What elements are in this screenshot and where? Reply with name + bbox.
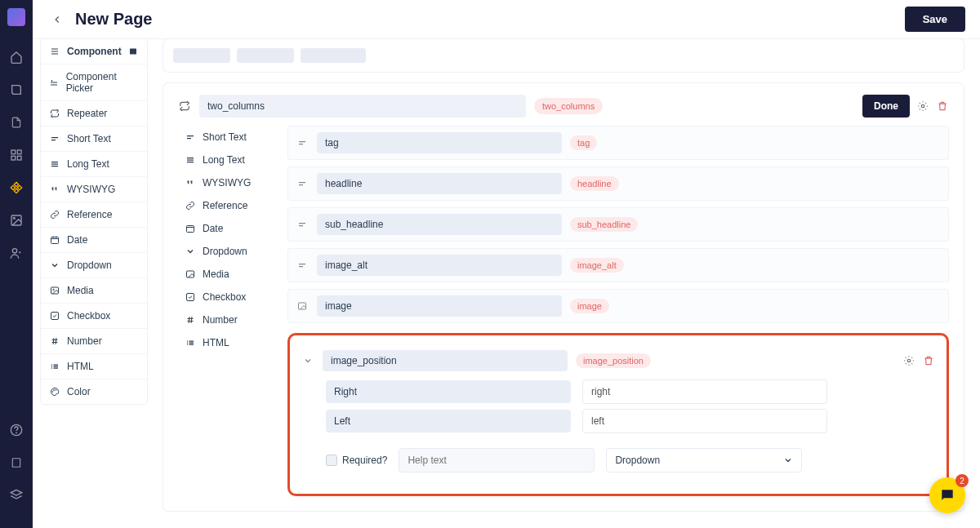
done-button[interactable]: Done xyxy=(862,95,910,118)
field-row[interactable]: tag tag xyxy=(287,126,949,160)
dropdown-option-row: Right right xyxy=(326,379,935,404)
required-checkbox[interactable]: Required? xyxy=(326,455,387,466)
field-type-repeater[interactable]: Repeater xyxy=(41,101,147,126)
nav-components-icon[interactable] xyxy=(8,180,24,196)
code-icon xyxy=(49,361,60,372)
svg-point-16 xyxy=(54,390,55,391)
trash-icon[interactable] xyxy=(936,100,949,113)
checkbox-box xyxy=(326,455,337,466)
option-label-input[interactable]: Left xyxy=(326,410,571,433)
inner-type-number[interactable]: Number xyxy=(178,308,276,331)
field-type-dropdown[interactable]: Dropdown xyxy=(41,253,147,278)
field-row[interactable]: image_alt image_alt xyxy=(287,248,949,282)
nav-blog-icon[interactable] xyxy=(8,82,24,98)
inner-type-media[interactable]: Media xyxy=(178,263,276,286)
chat-badge: 2 xyxy=(956,474,969,487)
rail-nav xyxy=(0,0,33,528)
nav-page-icon[interactable] xyxy=(8,114,24,131)
nav-help-icon[interactable] xyxy=(8,422,24,438)
field-type-wysiwyg[interactable]: WYSIWYG xyxy=(41,177,147,202)
palette-icon xyxy=(49,386,60,397)
field-type-color[interactable]: Color xyxy=(41,379,147,404)
field-type-component[interactable]: Component xyxy=(41,39,147,64)
svg-point-17 xyxy=(56,390,56,391)
checkbox-icon xyxy=(49,310,60,322)
field-tag: image_position xyxy=(576,353,651,368)
collapsed-block-row[interactable] xyxy=(163,39,964,72)
help-text-input[interactable] xyxy=(399,448,595,473)
field-type-number[interactable]: Number xyxy=(41,329,147,354)
svg-rect-0 xyxy=(11,150,16,154)
option-label-input[interactable]: Right xyxy=(326,380,571,403)
field-type-checkbox[interactable]: Checkbox xyxy=(41,304,147,329)
chevron-down-icon xyxy=(783,455,793,465)
svg-point-6 xyxy=(12,249,16,253)
field-name[interactable]: image_position xyxy=(323,350,568,371)
svg-rect-2 xyxy=(11,156,16,160)
topbar: New Page Save xyxy=(33,0,980,39)
inner-type-html[interactable]: HTML xyxy=(178,331,276,354)
inner-type-short-text[interactable]: Short Text xyxy=(178,126,276,149)
inner-type-dropdown[interactable]: Dropdown xyxy=(178,240,276,263)
gear-icon[interactable] xyxy=(916,100,929,113)
inner-type-reference[interactable]: Reference xyxy=(178,194,276,217)
block-editor: two_columns two_columns Done Short Text … xyxy=(163,83,964,511)
nav-grid-icon[interactable] xyxy=(8,147,24,163)
field-type-reference[interactable]: Reference xyxy=(41,202,147,228)
field-name[interactable]: image xyxy=(317,295,562,317)
field-type-component-picker[interactable]: Component Picker xyxy=(41,64,147,101)
inner-type-long-text[interactable]: Long Text xyxy=(178,149,276,171)
field-row[interactable]: image image xyxy=(287,289,949,323)
dropdown-option-row: Left left xyxy=(326,409,935,433)
field-type-value: Dropdown xyxy=(615,455,660,466)
field-type-short-text[interactable]: Short Text xyxy=(41,126,147,152)
chat-fab[interactable]: 2 xyxy=(929,477,965,513)
field-type-select[interactable]: Dropdown xyxy=(606,448,802,473)
inner-type-date[interactable]: Date xyxy=(178,217,276,240)
save-button[interactable]: Save xyxy=(905,7,965,32)
long-text-icon xyxy=(49,158,60,170)
trash-icon[interactable] xyxy=(922,354,935,367)
chevron-down-icon[interactable] xyxy=(301,354,314,367)
field-name[interactable]: headline xyxy=(317,173,562,194)
svg-rect-3 xyxy=(17,156,21,160)
stack-icon xyxy=(49,46,60,57)
field-name[interactable]: image_alt xyxy=(317,255,562,276)
short-text-icon xyxy=(296,218,309,231)
calendar-icon xyxy=(49,234,60,246)
nav-docs-icon[interactable] xyxy=(8,455,24,471)
svg-rect-19 xyxy=(187,226,194,233)
back-button[interactable] xyxy=(47,10,67,29)
gear-icon[interactable] xyxy=(902,354,915,367)
quote-icon xyxy=(49,184,60,195)
link-icon xyxy=(49,209,60,220)
nav-home-icon[interactable] xyxy=(8,49,24,65)
page-title: New Page xyxy=(75,10,152,29)
field-name[interactable]: tag xyxy=(317,132,562,153)
field-type-html[interactable]: HTML xyxy=(41,354,147,379)
block-name-input[interactable]: two_columns xyxy=(199,95,526,118)
option-value-input[interactable]: left xyxy=(582,409,827,433)
required-label: Required? xyxy=(342,455,387,466)
svg-rect-21 xyxy=(187,294,194,301)
field-name[interactable]: sub_headline xyxy=(317,214,562,235)
field-type-long-text[interactable]: Long Text xyxy=(41,152,147,177)
field-tag: sub_headline xyxy=(570,217,638,232)
field-row[interactable]: headline headline xyxy=(287,166,949,201)
nav-media-icon[interactable] xyxy=(8,212,24,229)
svg-rect-14 xyxy=(51,313,59,320)
app-logo xyxy=(7,8,25,26)
image-icon xyxy=(296,299,309,313)
inner-type-wysiwyg[interactable]: WYSIWYG xyxy=(178,171,276,194)
field-row[interactable]: sub_headline sub_headline xyxy=(287,207,949,242)
inner-type-checkbox[interactable]: Checkbox xyxy=(178,286,276,308)
field-type-date[interactable]: Date xyxy=(41,228,147,253)
field-type-media[interactable]: Media xyxy=(41,278,147,304)
nav-users-icon[interactable] xyxy=(8,245,24,261)
option-value-input[interactable]: right xyxy=(582,379,827,404)
block-tag: two_columns xyxy=(534,98,603,114)
nav-layers-icon[interactable] xyxy=(8,487,24,504)
short-text-icon xyxy=(296,136,309,149)
image-icon xyxy=(49,285,60,296)
svg-rect-10 xyxy=(130,49,136,55)
